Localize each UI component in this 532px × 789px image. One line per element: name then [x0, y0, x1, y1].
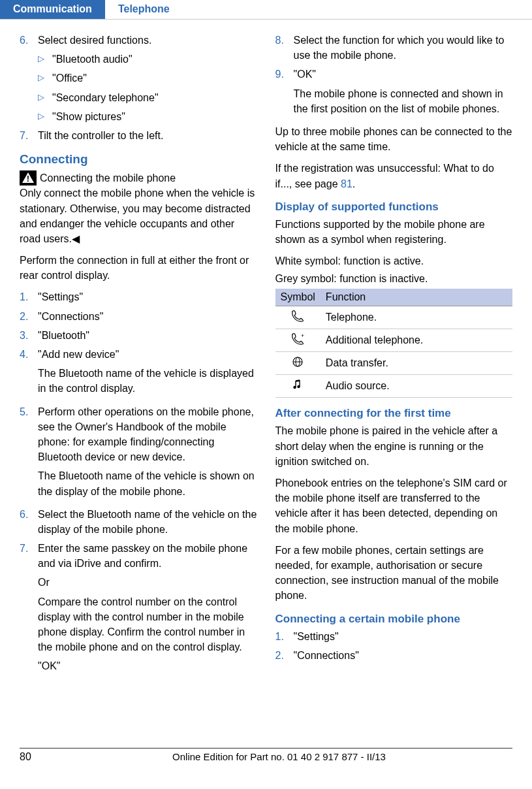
list-text: Select desired functions. [38, 33, 257, 48]
list-text: Select the function for which you would … [294, 33, 513, 63]
sub-text: "Office" [52, 71, 87, 86]
list-text: Tilt the controller to the left. [38, 128, 257, 143]
list-number: 7. [20, 541, 38, 678]
page-footer: 80 Online Edition for Part no. 01 40 2 9… [0, 748, 532, 763]
data-transfer-icon [290, 356, 305, 368]
sub-item: ▷"Secondary telephone" [38, 90, 257, 105]
td-function: Data transfer. [321, 352, 512, 375]
list-number: 6. [20, 33, 38, 48]
list-item: 4."Add new device"The Bluetooth name of … [20, 347, 257, 400]
audio-source-icon [290, 379, 305, 391]
right-column: 8.Select the function for which you woul… [275, 33, 513, 682]
list-item: 7. Tilt the controller to the left. [20, 128, 257, 143]
tab-telephone: Telephone [105, 0, 183, 19]
svg-text:+: + [301, 333, 304, 339]
paragraph: Grey symbol: function is inactive. [275, 271, 513, 286]
paragraph: If the registration was unsuccessful: Wh… [275, 161, 513, 191]
list-item: 8.Select the function for which you woul… [275, 33, 513, 63]
list-number: 2. [275, 648, 294, 663]
list-item: 3."Bluetooth" [20, 328, 257, 343]
th-function: Function [321, 289, 512, 306]
list-text: "Connections" [38, 309, 257, 324]
warning-title: Connecting the mobile phone [40, 172, 176, 184]
page-number: 80 [20, 751, 46, 763]
heading-connecting: Connecting [20, 152, 257, 167]
list-number: 8. [275, 33, 294, 63]
list-number: 6. [20, 507, 38, 537]
paragraph: Functions supported by the mobile phone … [275, 217, 513, 247]
paragraph: Up to three mobile phones can be connect… [275, 124, 513, 154]
list-text: Perform other operations on the mobile p… [38, 404, 257, 465]
list-para: "OK" [38, 658, 257, 673]
td-function: Audio source. [321, 375, 512, 398]
sub-text: "Secondary telephone" [52, 90, 159, 105]
list-text: "Connections" [294, 648, 513, 663]
tab-communication: Communication [0, 0, 105, 19]
list-text: "OK" [294, 67, 513, 82]
warning-box: ! Connecting the mobile phone Only conne… [20, 170, 257, 246]
left-column: 6. Select desired functions. ▷"Bluetooth… [20, 33, 257, 682]
list-text: Select the Bluetooth name of the vehicle… [38, 507, 257, 537]
list-para: The Bluetooth name of the vehicle is sho… [38, 468, 257, 498]
telephone-icon [290, 310, 305, 322]
list-item: 6.Select the Bluetooth name of the vehic… [20, 507, 257, 537]
header-tabs: Communication Telephone [0, 0, 532, 20]
list-item: 9."OK"The mobile phone is connected and … [275, 67, 513, 120]
heading-connecting-certain: Connecting a certain mobile phone [275, 613, 513, 626]
text-fragment: If the registration was unsuccessful: Wh… [275, 163, 494, 189]
list-para: Compare the control number on the contro… [38, 594, 257, 655]
list-number: 3. [20, 328, 38, 343]
paragraph: Perform the connection in full at either… [20, 253, 257, 283]
list-number: 9. [275, 67, 294, 120]
th-symbol: Symbol [275, 289, 321, 306]
text-fragment: . [352, 178, 355, 189]
list-para: Enter the same passkey on the mobile pho… [38, 541, 257, 571]
footer-text: Online Edition for Part no. 01 40 2 917 … [46, 751, 512, 762]
svg-point-6 [293, 386, 296, 389]
warning-icon: ! [20, 170, 37, 185]
list-text: "Settings" [38, 289, 257, 304]
list-para: Or [38, 575, 257, 590]
list-number: 7. [20, 128, 38, 143]
triangle-marker-icon: ▷ [38, 90, 52, 105]
list-para: The mobile phone is connected and shown … [294, 86, 513, 116]
list-number: 2. [20, 309, 38, 324]
sub-text: "Bluetooth audio" [52, 52, 133, 67]
heading-after-connecting: After connecting for the first time [275, 407, 513, 420]
td-function: Additional telephone. [321, 329, 512, 352]
list-item: 6. Select desired functions. [20, 33, 257, 48]
triangle-marker-icon: ▷ [38, 52, 52, 67]
list-text: "Settings" [294, 629, 513, 644]
list-item: 2."Connections" [20, 309, 257, 324]
sub-text: "Show pictures" [52, 109, 125, 124]
list-text: "Add new device" [38, 347, 257, 362]
warning-body: Only connect the mobile phone when the v… [20, 187, 255, 244]
list-number: 4. [20, 347, 38, 400]
list-item: 5.Perform other operations on the mobile… [20, 404, 257, 503]
list-item: 1."Settings" [275, 629, 513, 644]
list-para: The Bluetooth name of the vehicle is dis… [38, 366, 257, 396]
td-function: Telephone. [321, 306, 512, 329]
page-link[interactable]: 81 [341, 178, 352, 189]
sub-item: ▷"Show pictures" [38, 109, 257, 124]
list-item: 1."Settings" [20, 289, 257, 304]
function-table: SymbolFunction Telephone. +Additional te… [275, 289, 513, 398]
paragraph: For a few mobile phones, certain setting… [275, 543, 513, 604]
list-number: 1. [20, 289, 38, 304]
triangle-marker-icon: ▷ [38, 71, 52, 86]
additional-telephone-icon: + [290, 333, 305, 345]
sub-item: ▷"Bluetooth audio" [38, 52, 257, 67]
paragraph: White symbol: function is active. [275, 253, 513, 268]
svg-point-7 [297, 385, 300, 388]
triangle-marker-icon: ▷ [38, 109, 52, 124]
paragraph: The mobile phone is paired in the vehicl… [275, 423, 513, 469]
heading-display-supported: Display of supported functions [275, 201, 513, 214]
svg-text:!: ! [27, 174, 29, 184]
list-number: 5. [20, 404, 38, 503]
list-number: 1. [275, 629, 294, 644]
sub-item: ▷"Office" [38, 71, 257, 86]
list-item: 2."Connections" [275, 648, 513, 663]
list-item: 7. Enter the same passkey on the mobile … [20, 541, 257, 678]
list-text: "Bluetooth" [38, 328, 257, 343]
paragraph: Phonebook entries on the telephone's SIM… [275, 475, 513, 536]
